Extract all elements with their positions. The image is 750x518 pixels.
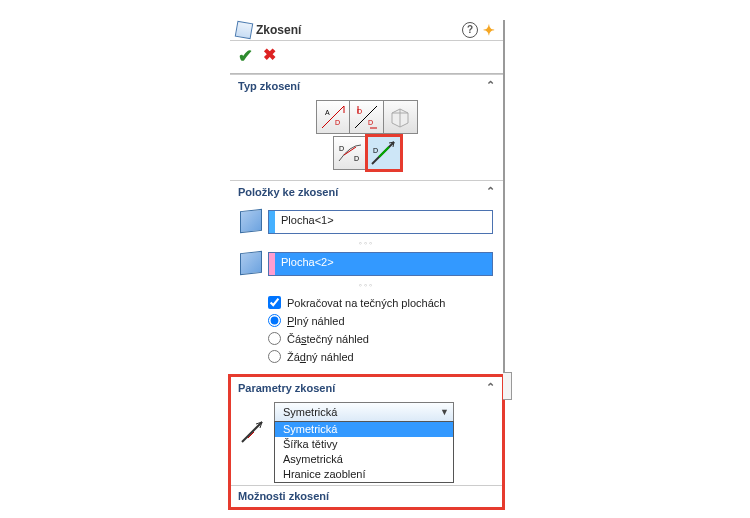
preview-none-label: Žádný náhled — [287, 351, 354, 363]
type-face-face[interactable]: D — [367, 136, 401, 170]
section-header-params[interactable]: Parametry zkosení ⌃ — [230, 377, 503, 398]
preview-none-radio[interactable]: Žádný náhled — [268, 350, 493, 363]
preview-full-label: Plný náhled — [287, 315, 345, 327]
face-set-2-value: Plocha<2> — [275, 253, 492, 275]
preview-partial-input[interactable] — [268, 332, 281, 345]
preview-full-radio[interactable]: Plný náhled — [268, 314, 493, 327]
help-icon[interactable]: ? — [462, 22, 478, 38]
svg-text:D: D — [335, 119, 340, 126]
hold-line-icon — [240, 420, 266, 444]
chevron-up-icon: ⌃ — [486, 79, 495, 92]
cancel-button[interactable]: ✖ — [263, 45, 276, 67]
type-vertex[interactable] — [384, 100, 418, 134]
preview-full-input[interactable] — [268, 314, 281, 327]
face-set-2-icon — [240, 251, 262, 275]
symmetry-dropdown[interactable]: Symetrická ▼ — [274, 402, 454, 422]
type-angle-distance[interactable]: AD — [316, 100, 350, 134]
titlebar: Zkosení ? ✦ — [230, 20, 503, 41]
tangent-propagation-label: Pokračovat na tečných plochách — [287, 297, 445, 309]
face-set-1-value: Plocha<1> — [275, 211, 492, 233]
face-set-2-input[interactable]: Plocha<2> — [268, 252, 493, 276]
side-tab[interactable] — [503, 372, 512, 400]
resize-grip-icon[interactable]: ◦◦◦ — [240, 280, 493, 290]
help-new-icon[interactable]: ✦ — [481, 22, 497, 38]
dropdown-option[interactable]: Symetrická — [275, 422, 453, 437]
svg-text:D: D — [368, 119, 373, 126]
preview-partial-label: Částečný náhled — [287, 333, 369, 345]
symmetry-dropdown-list: Symetrická Šířka tětivy Asymetrická Hran… — [274, 421, 454, 483]
type-offset-face[interactable]: DD — [333, 136, 367, 170]
action-bar: ✔ ✖ — [230, 41, 503, 74]
svg-text:A: A — [325, 109, 330, 116]
chevron-up-icon: ⌃ — [486, 381, 495, 394]
dropdown-option[interactable]: Asymetrická — [275, 452, 453, 467]
svg-text:D: D — [339, 145, 344, 152]
section-title-type: Typ zkosení — [238, 80, 300, 92]
dropdown-option[interactable]: Hranice zaoblení — [275, 467, 453, 482]
dropdown-option[interactable]: Šířka tětivy — [275, 437, 453, 452]
chamfer-feature-icon — [235, 21, 254, 40]
section-header-type[interactable]: Typ zkosení ⌃ — [230, 75, 503, 96]
section-title-params: Parametry zkosení — [238, 382, 335, 394]
svg-text:D: D — [354, 155, 359, 162]
section-header-items[interactable]: Položky ke zkosení ⌃ — [230, 181, 503, 202]
face-set-1-input[interactable]: Plocha<1> — [268, 210, 493, 234]
preview-none-input[interactable] — [268, 350, 281, 363]
preview-partial-radio[interactable]: Částečný náhled — [268, 332, 493, 345]
type-distance-distance[interactable]: DD — [350, 100, 384, 134]
resize-grip-icon[interactable]: ◦◦◦ — [240, 238, 493, 248]
svg-text:D: D — [373, 147, 378, 154]
section-header-options[interactable]: Možnosti zkosení — [230, 485, 503, 504]
chevron-down-icon: ▼ — [440, 407, 449, 417]
section-title-options: Možnosti zkosení — [238, 490, 329, 502]
chevron-up-icon: ⌃ — [486, 185, 495, 198]
tangent-propagation-input[interactable] — [268, 296, 281, 309]
symmetry-selected: Symetrická — [283, 406, 337, 418]
face-set-1-icon — [240, 209, 262, 233]
panel-title: Zkosení — [256, 23, 301, 37]
ok-button[interactable]: ✔ — [238, 45, 253, 67]
section-title-items: Položky ke zkosení — [238, 186, 338, 198]
tangent-propagation-checkbox[interactable]: Pokračovat na tečných plochách — [268, 296, 493, 309]
